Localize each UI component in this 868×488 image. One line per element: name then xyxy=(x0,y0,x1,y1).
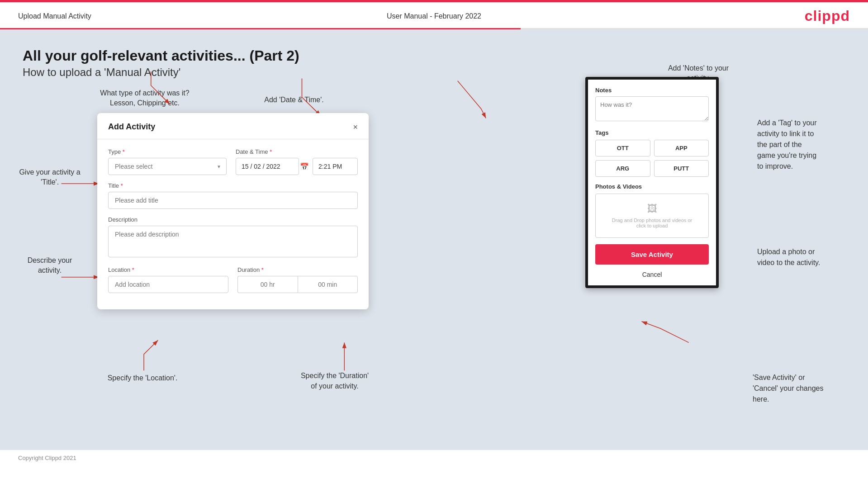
photos-icon: 🖼 xyxy=(647,203,657,215)
tag-app[interactable]: APP xyxy=(654,140,709,156)
title-label: Title * xyxy=(108,182,358,189)
datetime-inputs: 📅 xyxy=(236,158,358,175)
location-duration-row: Location * Duration * xyxy=(108,266,358,293)
tag-ott[interactable]: OTT xyxy=(595,140,650,156)
type-group: Type * Please select xyxy=(108,148,227,175)
type-datetime-row: Type * Please select Date & Time * 📅 xyxy=(108,148,358,175)
copyright-text: Copyright Clippd 2021 xyxy=(18,455,76,461)
logo: clippd xyxy=(805,8,850,24)
annotation-save: 'Save Activity' or'Cancel' your changesh… xyxy=(753,372,861,405)
tag-putt[interactable]: PUTT xyxy=(654,160,709,177)
type-select-wrapper: Please select xyxy=(108,158,227,175)
duration-group: Duration * xyxy=(237,266,358,293)
tags-label: Tags xyxy=(595,129,709,136)
description-row: Description xyxy=(108,216,358,259)
page-title: All your golf-relevant activities... (Pa… xyxy=(23,47,845,64)
annotation-description: Describe youractivity. xyxy=(14,256,86,276)
annotation-activity-type: What type of activity was it?Lesson, Chi… xyxy=(100,88,190,109)
calendar-icon: 📅 xyxy=(300,162,309,171)
description-input[interactable] xyxy=(108,226,358,257)
phone-body: Notes Tags OTT APP ARG PUTT Photos & Vid… xyxy=(588,80,716,285)
annotation-datetime: Add 'Date & Time'. xyxy=(253,95,335,105)
location-input[interactable] xyxy=(108,276,228,293)
add-activity-modal: Add Activity × Type * Please select xyxy=(97,113,369,309)
title-row: Title * xyxy=(108,182,358,209)
description-label: Description xyxy=(108,216,358,223)
modal-body: Type * Please select Date & Time * 📅 xyxy=(97,139,369,309)
duration-min-input[interactable] xyxy=(298,276,358,293)
date-input[interactable] xyxy=(236,158,299,175)
description-group: Description xyxy=(108,216,358,259)
tags-grid: OTT APP ARG PUTT xyxy=(595,140,709,177)
annotation-duration: Specify the 'Duration'of your activity. xyxy=(278,371,391,391)
photos-drop-zone[interactable]: 🖼 Drag and Drop photos and videos or cli… xyxy=(595,194,709,238)
notes-input[interactable] xyxy=(595,96,709,121)
duration-inputs xyxy=(237,276,358,293)
datetime-group: Date & Time * 📅 xyxy=(236,148,358,175)
annotation-photo: Upload a photo orvideo to the activity. xyxy=(757,246,861,268)
type-select[interactable]: Please select xyxy=(108,158,227,175)
duration-label: Duration * xyxy=(237,266,358,273)
modal-header: Add Activity × xyxy=(97,113,369,139)
manual-label: User Manual - February 2022 xyxy=(387,12,481,20)
modal-close-button[interactable]: × xyxy=(353,123,358,131)
type-label: Type * xyxy=(108,148,227,155)
title-input[interactable] xyxy=(108,192,358,209)
page-label: Upload Manual Activity xyxy=(18,12,91,20)
location-label: Location * xyxy=(108,266,228,273)
save-activity-button[interactable]: Save Activity xyxy=(595,244,709,265)
location-group: Location * xyxy=(108,266,228,293)
annotation-title: Give your activity a'Title'. xyxy=(14,167,86,188)
time-input[interactable] xyxy=(313,158,358,175)
footer: Copyright Clippd 2021 xyxy=(0,450,868,466)
datetime-label: Date & Time * xyxy=(236,148,358,155)
cancel-link[interactable]: Cancel xyxy=(595,269,709,280)
top-bar: Upload Manual Activity User Manual - Feb… xyxy=(0,2,868,28)
tag-arg[interactable]: ARG xyxy=(595,160,650,177)
duration-hr-input[interactable] xyxy=(237,276,298,293)
title-group: Title * xyxy=(108,182,358,209)
photos-drop-text: Drag and Drop photos and videos or click… xyxy=(612,218,692,228)
main-content: All your golf-relevant activities... (Pa… xyxy=(0,29,868,450)
photos-label: Photos & Videos xyxy=(595,183,709,190)
modal-title: Add Activity xyxy=(108,122,155,132)
phone-ui: Notes Tags OTT APP ARG PUTT Photos & Vid… xyxy=(585,77,719,288)
annotation-tag: Add a 'Tag' to youractivity to link it t… xyxy=(757,118,861,172)
notes-label: Notes xyxy=(595,87,709,94)
annotation-location: Specify the 'Location'. xyxy=(97,373,188,383)
